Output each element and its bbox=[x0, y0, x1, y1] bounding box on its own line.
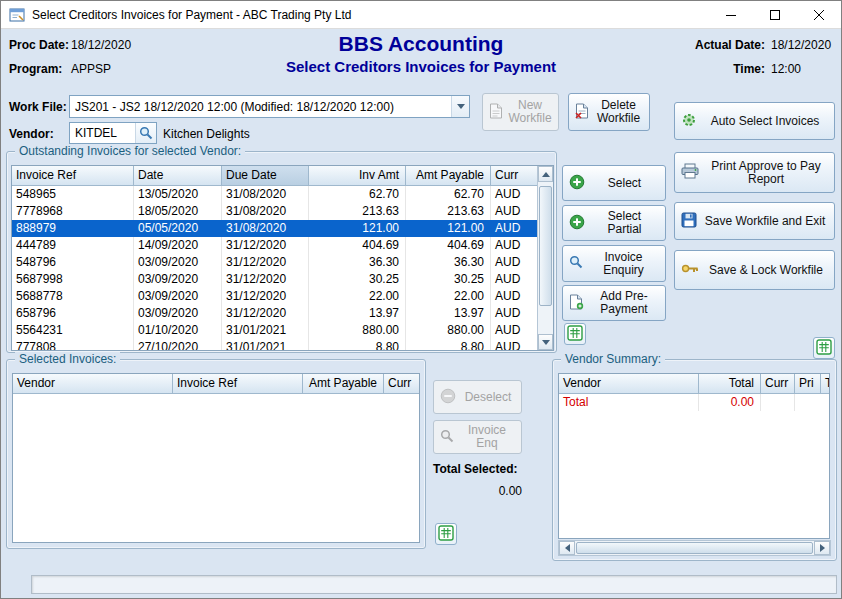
auto-select-invoices-label: Auto Select Invoices bbox=[702, 115, 828, 128]
vertical-scrollbar[interactable] bbox=[537, 166, 553, 350]
save-workfile-exit-label: Save Workfile and Exit bbox=[702, 215, 828, 228]
select-partial-button[interactable]: Select Partial bbox=[562, 205, 666, 241]
scroll-left-arrow[interactable] bbox=[559, 541, 575, 555]
scroll-up-arrow[interactable] bbox=[538, 166, 553, 182]
new-workfile-button[interactable]: New Workfile bbox=[482, 93, 559, 131]
table-row[interactable]: 77780827/10/202031/01/20218.808.80AUD bbox=[12, 339, 553, 351]
print-approve-report-label: Print Approve to Pay Report bbox=[704, 160, 828, 186]
excel-grid-icon bbox=[816, 339, 832, 358]
workfile-dropdown-arrow[interactable] bbox=[451, 96, 469, 117]
outstanding-table-body: 54896513/05/202031/08/202062.7062.70AUD7… bbox=[12, 186, 553, 351]
horizontal-scrollbar[interactable] bbox=[558, 540, 831, 556]
excel-grid-icon bbox=[438, 525, 454, 544]
workfile-combobox[interactable]: JS201 - JS2 18/12/2020 12:00 (Modified: … bbox=[69, 95, 470, 118]
vendor-summary-total-label: Total bbox=[559, 394, 699, 411]
export-excel-button[interactable] bbox=[813, 337, 835, 359]
floppy-disk-icon bbox=[681, 212, 697, 231]
delete-workfile-icon bbox=[575, 103, 589, 122]
table-row[interactable]: 568877803/09/202031/12/202022.0022.00AUD bbox=[12, 288, 553, 305]
add-prepayment-button[interactable]: Add Pre-Payment bbox=[562, 285, 666, 321]
outstanding-invoices-title: Outstanding Invoices for selected Vendor… bbox=[15, 144, 245, 158]
selected-invoices-table: VendorInvoice RefAmt PayableCurr bbox=[12, 373, 420, 543]
selected-invoices-title: Selected Invoices: bbox=[15, 352, 120, 366]
column-header[interactable]: Invoice Ref bbox=[173, 374, 303, 394]
maximize-button[interactable] bbox=[753, 1, 797, 28]
vendor-name: Kitchen Delights bbox=[163, 127, 250, 141]
new-workfile-icon bbox=[489, 103, 503, 122]
column-header[interactable]: Pri bbox=[795, 374, 821, 394]
plus-circle-icon bbox=[569, 174, 585, 193]
selected-invoices-group: Selected Invoices: VendorInvoice RefAmt … bbox=[6, 359, 426, 549]
vendor-summary-title: Vendor Summary: bbox=[561, 352, 665, 366]
plus-circle-icon bbox=[569, 214, 585, 233]
invoice-enquiry-label: Invoice Enquiry bbox=[588, 251, 659, 277]
scroll-down-arrow[interactable] bbox=[538, 334, 553, 350]
column-header[interactable]: Te bbox=[821, 374, 830, 394]
column-header[interactable]: Amt Payable bbox=[303, 374, 384, 394]
magnifier-icon bbox=[569, 255, 583, 272]
vendor-summary-total-value: 0.00 bbox=[699, 394, 761, 411]
select-partial-label: Select Partial bbox=[590, 210, 659, 236]
table-row[interactable]: 54879603/09/202031/12/202036.3036.30AUD bbox=[12, 254, 553, 271]
column-header[interactable]: Inv Amt bbox=[309, 166, 406, 186]
selected-invoices-table-header: VendorInvoice RefAmt PayableCurr bbox=[13, 374, 419, 394]
table-row[interactable]: 777896818/05/202031/08/2020213.63213.63A… bbox=[12, 203, 553, 220]
time-label: Time: bbox=[685, 62, 765, 76]
deselect-button[interactable]: Deselect bbox=[433, 380, 522, 414]
column-header[interactable]: Amt Payable bbox=[406, 166, 491, 186]
minimize-button[interactable] bbox=[709, 1, 753, 28]
workfile-label: Work File: bbox=[9, 100, 67, 114]
time-value: 12:00 bbox=[771, 62, 801, 76]
outstanding-invoices-table: Invoice RefDateDue DateInv AmtAmt Payabl… bbox=[11, 165, 554, 351]
vendor-summary-total-row: Total 0.00 bbox=[559, 394, 829, 411]
vendor-summary-table: VendorTotalCurrPriTe Total 0.00 bbox=[558, 373, 830, 539]
save-workfile-exit-button[interactable]: Save Workfile and Exit bbox=[674, 202, 835, 240]
table-row[interactable]: 44478914/09/202031/12/2020404.69404.69AU… bbox=[12, 237, 553, 254]
new-workfile-label: New Workfile bbox=[508, 99, 552, 125]
auto-select-invoices-button[interactable]: Auto Select Invoices bbox=[674, 102, 835, 140]
scroll-thumb[interactable] bbox=[539, 186, 552, 306]
column-header[interactable]: Total bbox=[699, 374, 761, 394]
magnifier-icon bbox=[440, 429, 454, 446]
prepayment-doc-icon bbox=[569, 294, 584, 313]
export-excel-button[interactable] bbox=[435, 523, 457, 545]
total-selected-label: Total Selected: bbox=[433, 462, 517, 476]
outstanding-table-header: Invoice RefDateDue DateInv AmtAmt Payabl… bbox=[12, 166, 553, 186]
column-header[interactable]: Curr bbox=[384, 374, 420, 394]
table-row[interactable]: 556423101/10/202031/01/2021880.00880.00A… bbox=[12, 322, 553, 339]
vendor-summary-group: Vendor Summary: VendorTotalCurrPriTe Tot… bbox=[552, 359, 837, 561]
window-title: Select Creditors Invoices for Payment - … bbox=[32, 8, 709, 22]
column-header[interactable]: Curr bbox=[761, 374, 795, 394]
table-row[interactable]: 65879603/09/202031/12/202013.9713.97AUD bbox=[12, 305, 553, 322]
add-prepayment-label: Add Pre-Payment bbox=[589, 290, 659, 316]
outstanding-invoices-group: Outstanding Invoices for selected Vendor… bbox=[6, 151, 557, 353]
column-header[interactable]: Vendor bbox=[559, 374, 699, 394]
scroll-thumb[interactable] bbox=[576, 542, 813, 554]
table-row[interactable]: 88897905/05/202031/08/2020121.00121.00AU… bbox=[12, 220, 553, 237]
print-approve-report-button[interactable]: Print Approve to Pay Report bbox=[674, 152, 835, 193]
column-header[interactable]: Invoice Ref bbox=[12, 166, 134, 186]
vendor-code-value: KITDEL bbox=[70, 126, 135, 140]
export-excel-button[interactable] bbox=[564, 323, 586, 345]
actual-date-label: Actual Date: bbox=[685, 38, 765, 52]
vendor-search-icon[interactable] bbox=[135, 123, 156, 143]
status-bar bbox=[31, 575, 837, 594]
save-lock-workfile-button[interactable]: Save & Lock Workfile bbox=[674, 250, 835, 290]
printer-icon bbox=[681, 163, 699, 182]
select-button[interactable]: Select bbox=[562, 165, 666, 201]
vendor-code-input[interactable]: KITDEL bbox=[69, 122, 157, 144]
table-row[interactable]: 54896513/05/202031/08/202062.7062.70AUD bbox=[12, 186, 553, 203]
column-header[interactable]: Curr bbox=[491, 166, 538, 186]
table-row[interactable]: 568799803/09/202031/12/202030.2530.25AUD bbox=[12, 271, 553, 288]
invoice-enquiry-button[interactable]: Invoice Enquiry bbox=[562, 245, 666, 282]
key-icon bbox=[681, 263, 699, 277]
column-header[interactable]: Vendor bbox=[13, 374, 173, 394]
minus-circle-icon bbox=[440, 388, 456, 407]
scroll-right-arrow[interactable] bbox=[814, 541, 830, 555]
delete-workfile-button[interactable]: Delete Workfile bbox=[568, 93, 650, 131]
invoice-enq-button[interactable]: Invoice Enq bbox=[433, 420, 522, 454]
column-header[interactable]: Date bbox=[134, 166, 222, 186]
close-button[interactable] bbox=[797, 1, 841, 28]
select-button-label: Select bbox=[590, 177, 659, 190]
column-header[interactable]: Due Date bbox=[222, 166, 309, 186]
